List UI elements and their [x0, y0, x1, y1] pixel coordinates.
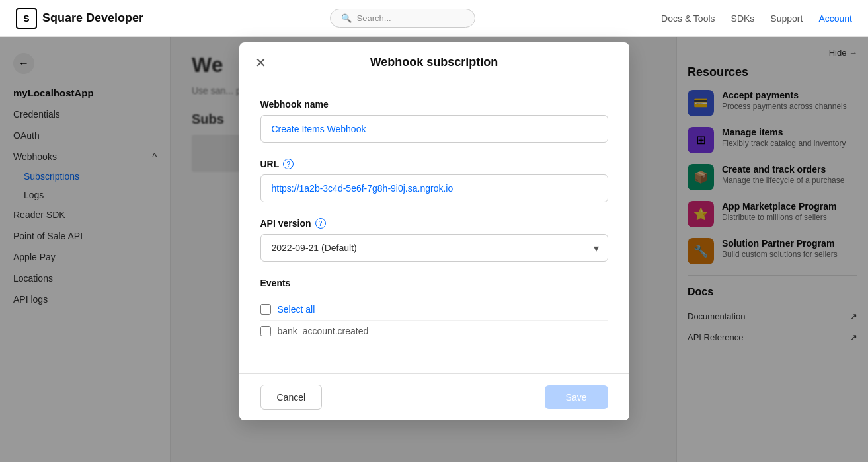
logo-icon: S: [16, 8, 37, 29]
nav-brand: S Square Developer: [16, 8, 143, 29]
webhook-name-group: Webhook name: [260, 99, 608, 143]
logo-symbol: S: [23, 13, 29, 24]
modal-footer: Cancel Save: [239, 373, 629, 420]
save-button[interactable]: Save: [545, 385, 608, 409]
nav-sdks[interactable]: SDKs: [731, 13, 755, 24]
api-version-label-row: API version ?: [260, 218, 608, 229]
event-checkbox-0[interactable]: [260, 326, 271, 336]
webhook-name-input[interactable]: [260, 115, 608, 143]
search-placeholder: Search...: [357, 13, 391, 23]
events-title: Events: [260, 278, 608, 288]
api-version-group: API version ? 2022-09-21 (Default) ▾: [260, 218, 608, 262]
url-input[interactable]: [260, 174, 608, 202]
event-label-0: bank_account.created: [278, 326, 369, 336]
api-version-label: API version: [260, 218, 311, 229]
url-info-icon[interactable]: ?: [283, 159, 294, 169]
select-all-row: Select all: [260, 299, 608, 320]
webhook-subscription-modal: ✕ Webhook subscription Webhook name URL …: [239, 42, 629, 420]
cancel-button[interactable]: Cancel: [260, 385, 323, 410]
top-nav: S Square Developer 🔍 Search... Docs & To…: [0, 0, 868, 37]
modal-header: ✕ Webhook subscription: [239, 42, 629, 83]
url-group: URL ?: [260, 159, 608, 202]
modal-body: Webhook name URL ? API version ?: [239, 83, 629, 373]
modal-overlay: ✕ Webhook subscription Webhook name URL …: [0, 37, 868, 462]
api-version-select-wrapper: 2022-09-21 (Default) ▾: [260, 234, 608, 262]
modal-close-button[interactable]: ✕: [253, 52, 269, 73]
api-version-info-icon[interactable]: ?: [315, 218, 326, 229]
nav-account[interactable]: Account: [818, 13, 852, 24]
search-bar[interactable]: 🔍 Search...: [330, 9, 475, 28]
modal-title: Webhook subscription: [370, 56, 498, 69]
select-all-checkbox[interactable]: [260, 304, 271, 315]
events-group: Events Select all bank_account.created: [260, 278, 608, 342]
search-icon: 🔍: [341, 13, 352, 23]
select-all-label: Select all: [278, 304, 315, 315]
nav-docs-tools[interactable]: Docs & Tools: [661, 13, 715, 24]
webhook-name-label: Webhook name: [260, 99, 608, 110]
url-label-row: URL ?: [260, 159, 608, 169]
site-title: Square Developer: [42, 11, 143, 25]
event-item-0: bank_account.created: [260, 320, 608, 342]
nav-links: Docs & Tools SDKs Support Account: [661, 13, 852, 24]
url-label: URL: [260, 159, 280, 169]
nav-support[interactable]: Support: [770, 13, 803, 24]
api-version-select[interactable]: 2022-09-21 (Default): [260, 234, 608, 262]
